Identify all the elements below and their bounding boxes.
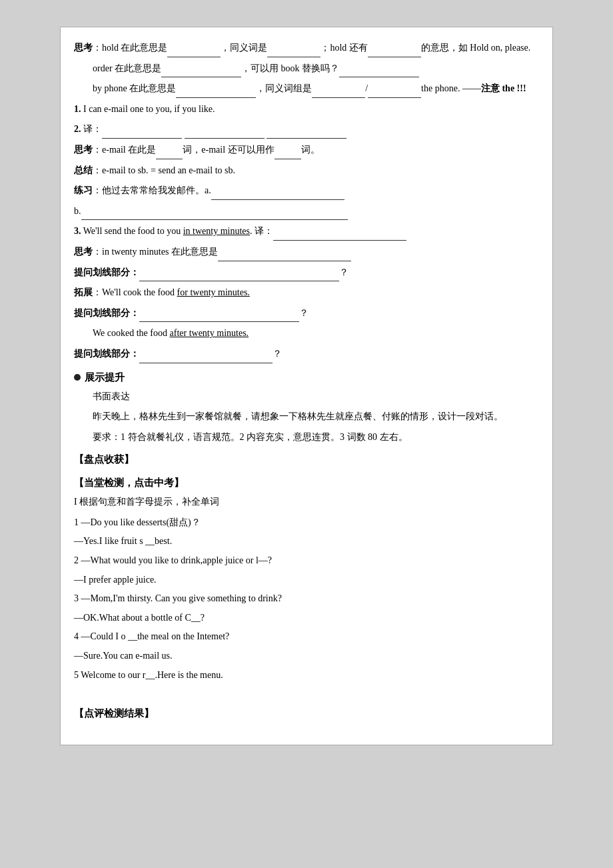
- item3-label: 3.: [74, 226, 81, 236]
- practice-b: b.: [74, 206, 81, 216]
- blank-q2: [139, 311, 299, 322]
- q4-section: 4 —Could I o __the meal on the Intemet?: [74, 628, 539, 646]
- summary-text: e-mail to sb. = send an e-mail to sb.: [102, 165, 235, 175]
- review-section: 【点评检测结果】: [74, 695, 539, 723]
- display-title-section: 展示提升: [74, 369, 539, 387]
- q1-ans-section: —Yes.I like fruit s __best.: [74, 533, 539, 551]
- think3-label: 思考: [74, 247, 93, 257]
- expand-underline: for twenty minutes.: [177, 287, 250, 297]
- blank-hold-synonym: [267, 47, 320, 57]
- summary-label: 总结: [74, 165, 93, 175]
- practice-label: 练习: [74, 185, 93, 195]
- gain-title: 【盘点收获】: [74, 450, 539, 469]
- q3-ans-section: —OK.What about a bottle of C__?: [74, 609, 539, 627]
- question3-suffix: ？: [273, 349, 282, 359]
- order-text2: ，可以用 book 替换吗？: [241, 63, 339, 73]
- think2-text1: e-mail 在此是: [102, 145, 156, 155]
- item2-section: 2. 译：: [74, 121, 539, 139]
- q2-section: 2 —What would you like to drink,apple ju…: [74, 552, 539, 570]
- think1-label: 思考: [74, 43, 93, 53]
- practice-section: 练习：他过去常常给我发邮件。a.: [74, 182, 539, 200]
- display-req-text: 要求：1 符合就餐礼仪，语言规范。2 内容充实，意思连贯。3 词数 80 左右。: [93, 432, 408, 442]
- practice-b-section: b.: [74, 203, 539, 221]
- item1-label: 1.: [74, 104, 81, 114]
- question1-label: 提问划线部分：: [74, 267, 139, 277]
- blank-email-pos1: [156, 149, 183, 159]
- order-text1: order 在此意思是: [93, 63, 161, 73]
- display-desc: 昨天晚上，格林先生到一家餐馆就餐，请想象一下格林先生就座点餐、付账的情形，设计一…: [74, 408, 539, 426]
- after-underline: after twenty minutes.: [170, 328, 249, 338]
- item2-label: 2.: [74, 124, 81, 134]
- page-container: 思考：hold 在此意思是，同义词是；hold 还有的意思，如 Hold on,…: [60, 27, 553, 745]
- q4-text: 4 —Could I o __the meal on the Intemet?: [74, 631, 229, 641]
- q3-text: 3 —Mom,I'm thirsty. Can you give somethi…: [74, 593, 282, 603]
- q3-section: 3 —Mom,I'm thirsty. Can you give somethi…: [74, 590, 539, 608]
- blank-order-meaning: [161, 67, 241, 77]
- q2-ans-section: —I prefer apple juice.: [74, 571, 539, 589]
- display-title: 展示提升: [85, 369, 125, 387]
- byphone-note: 注意 the !!!: [481, 83, 526, 93]
- question2-label: 提问划线部分：: [74, 308, 139, 318]
- blank-in-twenty: [218, 251, 351, 261]
- q1-ans: —Yes.I like fruit s __best.: [74, 536, 172, 546]
- expand-section: 拓展：We'll cook the food for twenty minute…: [74, 284, 539, 302]
- q5-section: 5 Welcome to our r__.Here is the menu.: [74, 667, 539, 685]
- blank-practice-b: [81, 209, 348, 220]
- blank-byphone-syn1: [312, 87, 365, 98]
- think1-text4: 的意思，如 Hold on, please.: [421, 43, 530, 53]
- think1-text2: ，同义词是: [221, 43, 267, 53]
- byphone-text2: ，同义词组是: [256, 83, 312, 93]
- item1-text: I can e-mail one to you, if you like.: [83, 104, 215, 114]
- think2-section: 思考：e-mail 在此是词，e-mail 还可以用作词。: [74, 141, 539, 159]
- display-sub: 书面表达: [74, 388, 539, 406]
- item3-text2: . 译：: [250, 226, 273, 236]
- question2-section: 提问划线部分：？: [74, 305, 539, 323]
- display-desc-text: 昨天晚上，格林先生到一家餐馆就餐，请想象一下格林先生就座点餐、付账的情形，设计一…: [93, 411, 503, 421]
- blank-hold-meaning: [167, 47, 221, 57]
- item3-text1: We'll send the food to you: [83, 226, 183, 236]
- question3-section: 提问划线部分：？: [74, 345, 539, 363]
- blank-byphone-syn2: [368, 87, 421, 98]
- blank-trans2: [185, 128, 265, 139]
- order-section: order 在此意思是，可以用 book 替换吗？: [74, 60, 539, 78]
- think1-colon: ：: [93, 43, 102, 53]
- q1-section: 1 —Do you like desserts(甜点)？: [74, 514, 539, 532]
- blank-q3: [139, 353, 273, 363]
- byphone-text4: the phone. ——: [421, 83, 481, 93]
- test-title: 【当堂检测，点击中考】: [74, 473, 539, 493]
- question1-section: 提问划线部分：？: [74, 264, 539, 282]
- think1-text3: ；hold 还有: [320, 43, 367, 53]
- after-section: We cooked the food after twenty minutes.: [74, 325, 539, 343]
- think1-text1: hold 在此意思是: [102, 43, 167, 53]
- practice-text: 他过去常常给我发邮件。a.: [102, 185, 211, 195]
- item2-text: 译：: [83, 124, 102, 134]
- blank-practice-a: [211, 189, 344, 200]
- blank-q1: [139, 271, 339, 281]
- after-text1: We cooked the food: [93, 328, 170, 338]
- expand-text1: We'll cook the food: [102, 287, 177, 297]
- display-req: 要求：1 符合就餐礼仪，语言规范。2 内容充实，意思连贯。3 词数 80 左右。: [74, 429, 539, 447]
- q1-text: 1 —Do you like desserts(甜点)？: [74, 517, 201, 527]
- think3-text: in twenty minutes 在此意思是: [102, 247, 218, 257]
- summary-section: 总结：e-mail to sb. = send an e-mail to sb.: [74, 162, 539, 180]
- test-intro: I 根据句意和首字母提示，补全单词: [74, 493, 539, 511]
- item1-section: 1. I can e-mail one to you, if you like.: [74, 101, 539, 119]
- question1-suffix: ？: [339, 267, 348, 277]
- blank-order-book: [339, 67, 419, 77]
- q4-ans: —Sure.You can e-mail us.: [74, 651, 173, 661]
- q4-ans-section: —Sure.You can e-mail us.: [74, 647, 539, 665]
- byphone-text1: by phone 在此意思是: [93, 83, 176, 93]
- think2-label: 思考: [74, 145, 93, 155]
- q2-ans: —I prefer apple juice.: [74, 575, 157, 585]
- q2-text: 2 —What would you like to drink,apple ju…: [74, 555, 272, 565]
- expand-label: 拓展: [74, 287, 93, 297]
- blank-trans1: [102, 128, 182, 139]
- item3-section: 3. We'll send the food to you in twenty …: [74, 223, 539, 241]
- think3-section: 思考：in twenty minutes 在此意思是: [74, 243, 539, 261]
- bullet-icon: [74, 374, 81, 381]
- think2-text3: 词。: [301, 145, 320, 155]
- think1-section: 思考：hold 在此意思是，同义词是；hold 还有的意思，如 Hold on,…: [74, 39, 539, 57]
- blank-trans3: [267, 128, 346, 139]
- question3-label: 提问划线部分：: [74, 349, 139, 359]
- blank-hold-other: [368, 47, 421, 57]
